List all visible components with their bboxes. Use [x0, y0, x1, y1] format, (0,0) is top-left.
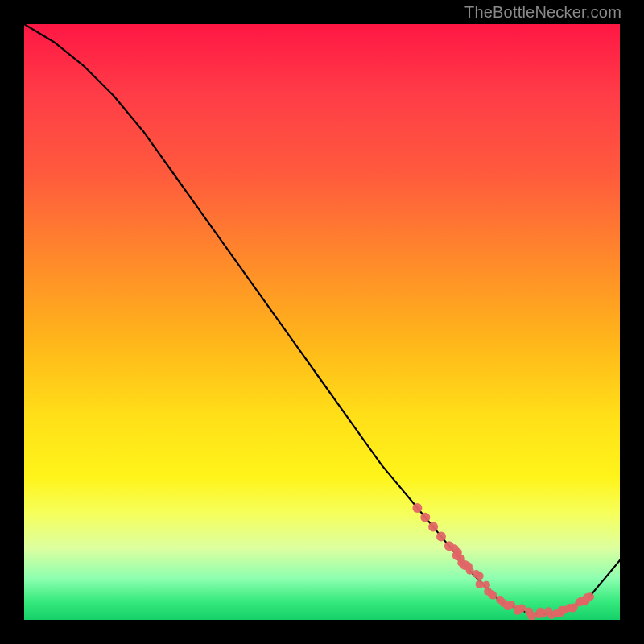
marker-dot	[428, 522, 438, 532]
marker-dot	[536, 608, 544, 616]
marker-dot	[420, 513, 430, 522]
marker-dot	[552, 609, 560, 617]
marker-dot	[514, 605, 522, 613]
marker-dot	[476, 580, 484, 588]
marker-dot	[457, 559, 465, 567]
marker-dot	[488, 590, 496, 598]
marker-dot	[544, 607, 552, 615]
marker-dot	[466, 567, 474, 575]
marker-dot	[555, 609, 564, 617]
marker-dot	[565, 604, 573, 612]
marker-dot	[560, 606, 568, 614]
plot-area	[24, 24, 620, 620]
curve-group	[24, 24, 620, 614]
marker-dot	[504, 602, 512, 610]
marker-dot	[436, 531, 446, 541]
marker-dot	[507, 601, 515, 609]
marker-dot	[525, 608, 533, 616]
marker-dot	[539, 610, 547, 618]
marker-dot	[575, 599, 583, 607]
bottleneck-curve	[24, 24, 620, 614]
marker-dot	[460, 560, 470, 570]
marker-dot	[527, 611, 535, 619]
dots-group	[412, 503, 594, 620]
marker-dot	[473, 570, 481, 578]
marker-dot	[518, 605, 526, 613]
marker-dot	[528, 613, 536, 620]
marker-dot	[547, 611, 555, 619]
chart-frame: TheBottleNecker.com	[0, 0, 644, 644]
marker-dot	[444, 541, 454, 551]
marker-dot	[583, 593, 592, 602]
marker-dot	[558, 606, 566, 614]
marker-dot	[570, 603, 578, 611]
watermark-text: TheBottleNecker.com	[464, 3, 621, 22]
marker-dot	[504, 601, 512, 609]
marker-dot	[568, 605, 576, 613]
marker-dot	[412, 503, 422, 513]
marker-dot	[454, 548, 462, 556]
marker-dot	[476, 572, 484, 580]
marker-dot	[581, 597, 589, 605]
marker-dot	[482, 581, 490, 589]
marker-dot	[484, 588, 492, 596]
marker-dot	[457, 555, 465, 563]
marker-dot	[535, 610, 543, 618]
marker-dot	[586, 592, 594, 601]
marker-dot	[452, 551, 462, 560]
marker-dot	[464, 563, 473, 571]
marker-dot	[489, 592, 497, 600]
marker-dot	[582, 597, 590, 605]
marker-dot	[451, 544, 459, 552]
marker-dot	[496, 596, 504, 604]
marker-dot	[499, 599, 507, 607]
marker-dot	[576, 597, 585, 606]
curve-layer	[24, 24, 620, 620]
marker-dot	[514, 607, 522, 615]
